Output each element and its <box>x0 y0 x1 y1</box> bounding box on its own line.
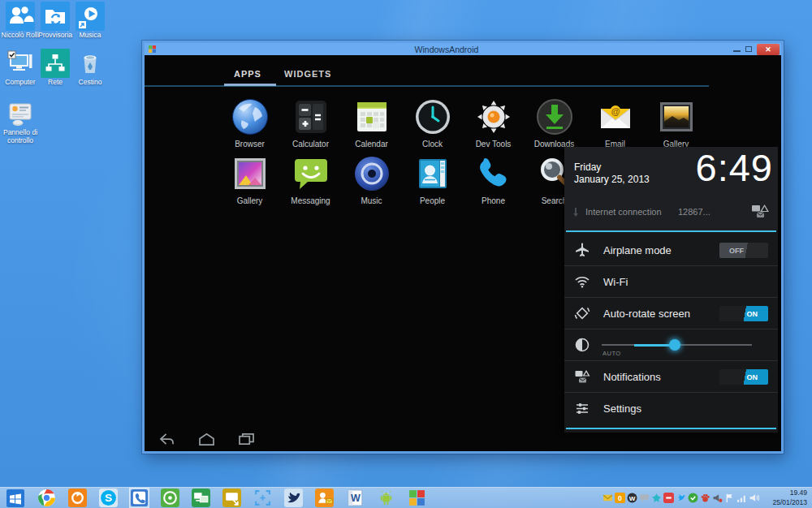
quick-setting-label: Auto-rotate screen <box>603 308 690 320</box>
taskbar-windowsandroid-icon[interactable] <box>408 489 426 507</box>
taskbar-screen-share-icon[interactable] <box>222 489 241 507</box>
tray-paw-icon[interactable] <box>700 493 710 503</box>
desktop-icon-control-panel[interactable]: Pannello di controllo <box>2 99 39 145</box>
app-grid-row-1: BrowserCalculatorCalendarClockDev ToolsD… <box>219 97 706 149</box>
app-calculator[interactable]: Calculator <box>280 97 341 149</box>
app-label: Clock <box>422 140 443 149</box>
app-email[interactable]: @Email <box>585 97 646 149</box>
tab-widgets[interactable]: WIDGETS <box>284 69 331 79</box>
taskbar-chrome-icon[interactable] <box>37 489 56 507</box>
tray-counter-icon[interactable]: 0 <box>615 493 625 503</box>
recycle-bin-icon <box>76 49 105 78</box>
clock-icon <box>413 97 452 136</box>
taskbar-voice-green-icon[interactable] <box>161 489 179 507</box>
app-music-app[interactable]: Music <box>341 154 402 205</box>
app-grid-row-2: GalleryMessagingMusicPeoplePhoneSearch <box>219 154 585 205</box>
tray-mail-icon[interactable] <box>603 493 613 503</box>
tray-speaker-icon[interactable] <box>749 493 759 503</box>
maximize-button[interactable] <box>745 46 752 52</box>
quick-setting-brightness[interactable]: AUTO <box>564 329 778 361</box>
desktop-icon-recycle-bin[interactable]: Cestino <box>71 49 109 87</box>
notification-warning-icon <box>752 204 770 222</box>
taskbar-clock[interactable]: 19.49 25/01/2013 <box>765 489 807 507</box>
app-downloads[interactable]: Downloads <box>524 97 585 149</box>
taskbar-phone-app-icon[interactable] <box>130 489 149 507</box>
rotate-icon <box>574 305 592 321</box>
quick-setting-airplane[interactable]: Airplane modeOFF <box>564 235 778 266</box>
app-label: Browser <box>235 140 265 149</box>
quick-setting-settings[interactable]: Settings <box>564 393 778 424</box>
nav-recents-button[interactable] <box>237 433 256 446</box>
brightness-slider-thumb[interactable] <box>669 339 680 351</box>
app-clock[interactable]: Clock <box>402 97 463 149</box>
svg-text:0: 0 <box>618 494 622 502</box>
start-button[interactable] <box>6 489 26 507</box>
tab-apps[interactable]: APPS <box>234 69 261 79</box>
phone-icon <box>474 154 513 193</box>
minimize-button[interactable] <box>733 50 741 52</box>
app-devtools[interactable]: Dev Tools <box>463 97 524 149</box>
app-calendar[interactable]: Calendar <box>341 97 402 149</box>
quick-setting-label: Airplane mode <box>603 244 672 256</box>
rotate-toggle[interactable]: ON <box>719 306 768 321</box>
tray-network-signal-icon[interactable] <box>736 493 747 503</box>
taskbar-word-icon[interactable]: W <box>346 489 365 507</box>
app-label: Gallery <box>237 196 263 205</box>
airplane-toggle[interactable]: OFF <box>719 243 768 258</box>
nav-back-button[interactable] <box>158 433 176 446</box>
quick-setting-label: Notifications <box>603 371 661 383</box>
desktop-wallpaper: Niccolò RolliProvvisoriaMusicaComputerRe… <box>0 0 812 508</box>
quick-setting-wifi[interactable]: Wi-Fi <box>564 266 778 298</box>
devtools-icon <box>474 97 513 136</box>
app-gallery-dark[interactable]: Gallery <box>646 97 706 149</box>
app-messaging[interactable]: Messaging <box>280 154 341 205</box>
tray-volume-mixer-icon[interactable] <box>712 493 723 503</box>
desktop-icon-music[interactable]: Musica <box>71 2 109 40</box>
quick-setting-notifications[interactable]: NotificationsON <box>564 361 778 393</box>
notifications-toggle[interactable]: ON <box>719 369 768 385</box>
tray-chat-bubble-icon[interactable] <box>639 493 650 503</box>
messaging-icon <box>292 154 330 193</box>
tray-action-flag-icon[interactable] <box>724 493 735 503</box>
taskbar-skype-icon[interactable]: S <box>99 489 118 507</box>
tray-antivirus-icon[interactable] <box>688 493 698 503</box>
desktop-icon-label: Cestino <box>68 79 112 87</box>
taskbar-apps: SW <box>37 489 426 507</box>
taskbar-media-orange-icon[interactable] <box>68 489 87 507</box>
panel-time: 6:49 <box>696 145 773 190</box>
calendar-icon <box>352 97 391 136</box>
app-label: Dev Tools <box>476 140 512 149</box>
nav-home-button[interactable] <box>197 433 216 446</box>
user-icon <box>6 2 35 31</box>
system-tray: 0W <box>603 493 759 503</box>
brightness-slider-fill <box>634 344 674 347</box>
window-titlebar[interactable]: WindowsAndroid <box>145 43 781 55</box>
tray-twitter-tray-icon[interactable] <box>676 493 686 503</box>
panel-divider-bottom <box>566 428 776 429</box>
app-people[interactable]: People <box>402 154 463 205</box>
svg-text:W: W <box>629 495 636 502</box>
settings-icon <box>574 400 592 416</box>
app-browser[interactable]: Browser <box>219 97 280 149</box>
close-button[interactable] <box>757 44 780 55</box>
calculator-icon <box>292 97 330 136</box>
tray-recorder-icon[interactable] <box>663 493 674 503</box>
panel-clock-area: Friday January 25, 2013 6:49 Internet co… <box>564 147 778 230</box>
taskbar-twitter-icon[interactable] <box>284 489 303 507</box>
android-screen: APPS WIDGETS BrowserCalculatorCalendarCl… <box>145 55 781 451</box>
taskbar-screen-capture-icon[interactable] <box>253 489 272 507</box>
app-phone[interactable]: Phone <box>463 154 524 205</box>
taskbar-remote-monitors-icon[interactable] <box>192 489 210 507</box>
tray-media-disc-icon[interactable]: W <box>627 493 637 503</box>
svg-text:@: @ <box>611 106 620 116</box>
computer-icon <box>6 49 35 78</box>
tray-messenger-icon[interactable] <box>651 493 662 503</box>
desktop-icon-label: Musica <box>68 32 112 40</box>
quick-settings: Airplane modeOFFWi-FiAuto-rotate screenO… <box>564 235 778 424</box>
quick-setting-rotate[interactable]: Auto-rotate screenON <box>564 298 778 329</box>
taskbar-outlook-icon[interactable] <box>315 489 334 507</box>
taskbar-android-icon[interactable] <box>377 489 395 507</box>
panel-date: January 25, 2013 <box>574 174 650 185</box>
app-gallery-light[interactable]: Gallery <box>219 154 280 205</box>
notification-item[interactable]: Internet connection 12867... <box>564 200 778 226</box>
